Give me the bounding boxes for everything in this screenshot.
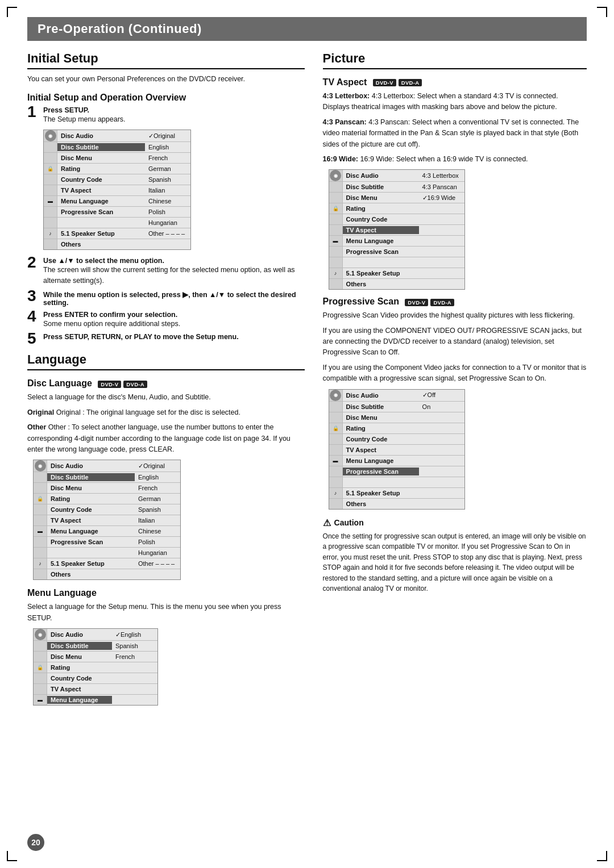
menu-row: 🔒 Rating (34, 662, 157, 673)
menu-icon-empty (44, 185, 57, 195)
step-5: 5 Press SETUP, RETURN, or PLAY to move t… (27, 333, 305, 347)
menu-row: Disc Menu French (44, 153, 190, 164)
menu-icon-empty (329, 279, 343, 289)
menu-icon-speaker: ♪ (329, 488, 343, 498)
menu-row: 🔒 Rating (329, 203, 464, 214)
caution-text: Once the setting for progressive scan ou… (323, 531, 587, 595)
overview-subtitle: Initial Setup and Operation Overview (27, 93, 305, 103)
step-3-number: 3 (27, 288, 40, 304)
menu-row: Others (329, 499, 464, 509)
menu-row: Progressive Scan Polish (44, 207, 190, 218)
menu-icon-empty (329, 182, 343, 192)
menu-icon-empty (329, 499, 343, 509)
picture-title: Picture (323, 51, 587, 69)
menu-row: ◉ Disc Audio 4:3 Letterbox (329, 170, 464, 182)
progressive-scan-para2: If you are using the COMPONENT VIDEO OUT… (323, 326, 587, 358)
menu-screenshot-4: ◉ Disc Audio 4:3 Letterbox Disc Subtitle… (329, 169, 465, 290)
step-4-text: Some menu option require additional step… (43, 319, 305, 329)
menu-row: Others (34, 569, 180, 579)
menu-row: ▬ Menu Language Chinese (44, 196, 190, 207)
menu-icon-rating: 🔒 (34, 494, 47, 504)
menu-icon-empty (329, 247, 343, 257)
badge-dvd-v: DVD-V (405, 299, 428, 306)
menu-icon-empty (34, 515, 47, 525)
step-2-content: Use ▲/▼ to select the menu option. The s… (43, 257, 305, 286)
menu-row: ♪ 5.1 Speaker Setup (329, 488, 464, 499)
tv-aspect-badges: DVD-V DVD-A (373, 79, 422, 86)
menu-row: Progressive Scan (329, 466, 464, 477)
left-column: Initial Setup You can set your own Perso… (27, 51, 305, 712)
badge-dvd-a: DVD-A (123, 381, 147, 388)
menu-icon-dvd: ◉ (329, 170, 343, 181)
menu-icon-dvd: ◉ (329, 390, 343, 401)
step-5-content: Press SETUP, RETURN, or PLAY to move the… (43, 333, 305, 341)
menu-screenshot-5: ◉ Disc Audio ✓Off Disc Subtitle On Disc … (329, 389, 465, 510)
menu-screenshot-3: ◉ Disc Audio ✓English Disc Subtitle Span… (33, 628, 158, 706)
menu-icon-rating: 🔒 (329, 203, 343, 214)
menu-icon-empty (329, 477, 343, 487)
right-column: Picture TV Aspect DVD-V DVD-A 4:3 Letter… (323, 51, 587, 712)
menu-row: ▬ Menu Language Chinese (34, 526, 180, 537)
disc-language-subtitle: Disc Language DVD-V DVD-A (27, 378, 305, 389)
menu-language-body: Select a language for the Setup menu. Th… (27, 602, 305, 624)
menu-language-subtitle: Menu Language (27, 588, 305, 598)
step-1-bold: Press SETUP. (43, 106, 305, 114)
menu-icon-speaker: ♪ (329, 268, 343, 278)
menu-row: Disc Menu (329, 412, 464, 423)
menu-icon-empty (34, 504, 47, 515)
menu-icon-empty (329, 466, 343, 477)
step-5-number: 5 (27, 331, 40, 347)
menu-row: ◉ Disc Audio ✓Off (329, 390, 464, 402)
menu-row: Progressive Scan Polish (34, 537, 180, 548)
menu-icon-film: ▬ (329, 456, 343, 466)
menu-icon-empty (44, 218, 57, 228)
badge-dvd-v: DVD-V (98, 381, 121, 388)
initial-setup-title: Initial Setup (27, 51, 305, 69)
menu-icon-rating: 🔒 (329, 423, 343, 433)
menu-icon-empty (34, 684, 47, 694)
menu-icon-dvd: ◉ (34, 629, 47, 640)
caution-title: ⚠ Caution (323, 518, 587, 528)
header-banner: Pre-Operation (Continued) (27, 17, 587, 41)
menu-row: Disc Subtitle English (34, 472, 180, 483)
menu-icon-empty (34, 641, 47, 651)
step-3: 3 While the menu option is selected, pre… (27, 290, 305, 307)
caution-icon: ⚠ (323, 518, 331, 528)
menu-row: ◉ Disc Audio ✓Original (44, 130, 190, 142)
step-1: 1 Press SETUP. The Setup menu appears. (27, 106, 305, 125)
step-2: 2 Use ▲/▼ to select the menu option. The… (27, 257, 305, 286)
menu-row: Others (44, 239, 190, 249)
page-number: 20 (27, 834, 44, 851)
progressive-scan-badges: DVD-V DVD-A (405, 299, 454, 306)
menu-icon-speaker: ♪ (34, 558, 47, 569)
menu-row: Progressive Scan (329, 247, 464, 257)
menu-row: 🔒 Rating German (34, 494, 180, 504)
menu-row: Disc Subtitle Spanish (34, 641, 157, 652)
menu-row: ◉ Disc Audio ✓English (34, 629, 157, 641)
disc-language-body: Select a language for the disc's Menu, A… (27, 392, 305, 403)
disc-language-original: Original Original : The original languag… (27, 407, 305, 418)
menu-row: Country Code Spanish (44, 174, 190, 185)
menu-row: 🔒 Rating German (44, 164, 190, 174)
step-4-number: 4 (27, 308, 40, 324)
menu-row: Hungarian (44, 218, 190, 228)
step-2-number: 2 (27, 254, 40, 270)
caution-box: ⚠ Caution Once the setting for progressi… (323, 518, 587, 595)
step-1-text: The Setup menu appears. (43, 114, 305, 125)
menu-icon-empty (34, 652, 47, 662)
menu-icon-empty (34, 537, 47, 547)
disc-language-other: Other Other : To select another language… (27, 422, 305, 455)
step-4-content: Press ENTER to confirm your selection. S… (43, 311, 305, 329)
menu-icon-empty (34, 483, 47, 493)
tv-aspect-subtitle: TV Aspect DVD-V DVD-A (323, 77, 587, 87)
header-title: Pre-Operation (Continued) (38, 22, 202, 36)
menu-icon-empty (44, 239, 57, 249)
menu-icon-film: ▬ (34, 526, 47, 536)
menu-icon-empty (44, 174, 57, 185)
menu-row: ◉ Disc Audio ✓Original (34, 460, 180, 472)
menu-row: Disc Menu ✓16:9 Wide (329, 193, 464, 203)
menu-icon-empty (329, 434, 343, 444)
step-1-content: Press SETUP. The Setup menu appears. (43, 106, 305, 125)
menu-row: Country Code (34, 673, 157, 684)
menu-icon-film: ▬ (44, 196, 57, 206)
